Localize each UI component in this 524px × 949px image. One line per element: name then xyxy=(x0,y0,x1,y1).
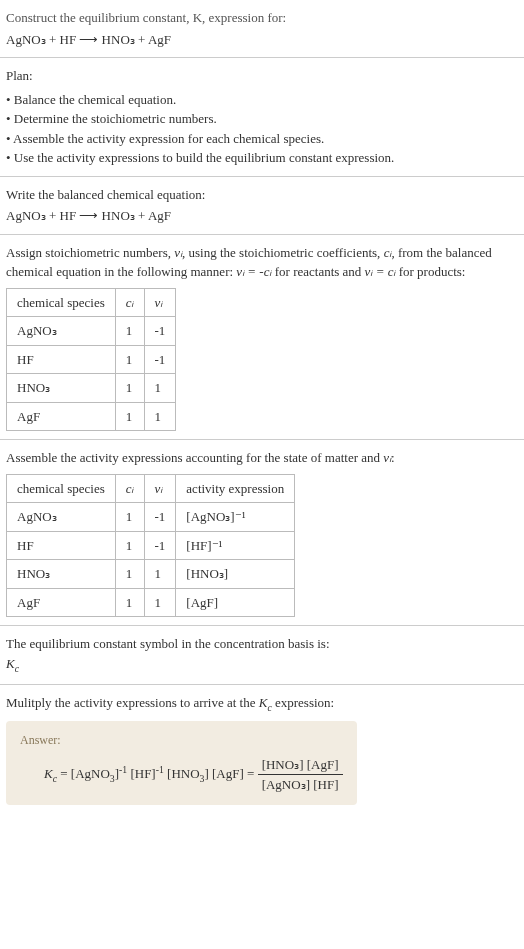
stoich-text-b: , using the stoichiometric coefficients, xyxy=(182,245,384,260)
cell-species: AgF xyxy=(7,588,116,617)
cell-c: 1 xyxy=(115,374,144,403)
table-row: AgNO₃ 1 -1 xyxy=(7,317,176,346)
symbol-section: The equilibrium constant symbol in the c… xyxy=(0,626,524,685)
table-header-row: chemical species cᵢ νᵢ xyxy=(7,288,176,317)
balanced-section: Write the balanced chemical equation: Ag… xyxy=(0,177,524,235)
balanced-equation: AgNO₃ + HF ⟶ HNO₃ + AgF xyxy=(6,206,518,226)
multiply-heading-b: expression: xyxy=(272,695,334,710)
answer-denominator: [AgNO₃] [HF] xyxy=(258,775,343,795)
cell-act: [HF]⁻¹ xyxy=(176,531,295,560)
activity-heading: Assemble the activity expressions accoun… xyxy=(6,448,518,468)
answer-kc-symbol: Kc xyxy=(44,766,57,781)
plan-item: • Use the activity expressions to build … xyxy=(6,148,518,168)
cell-species: HNO₃ xyxy=(7,560,116,589)
symbol-line1: The equilibrium constant symbol in the c… xyxy=(6,634,518,654)
stoich-nu-i: νᵢ xyxy=(174,245,182,260)
activity-section: Assemble the activity expressions accoun… xyxy=(0,440,524,626)
cell-c: 1 xyxy=(115,317,144,346)
answer-numerator: [HNO₃] [AgF] xyxy=(258,755,343,776)
stoich-rel1: νᵢ = -cᵢ xyxy=(236,264,271,279)
cell-species: HF xyxy=(7,531,116,560)
cell-nu: -1 xyxy=(144,503,176,532)
activity-heading-b: : xyxy=(391,450,395,465)
table-header-row: chemical species cᵢ νᵢ activity expressi… xyxy=(7,474,295,503)
cell-nu: -1 xyxy=(144,345,176,374)
table-row: AgF 1 1 [AgF] xyxy=(7,588,295,617)
multiply-section: Mulitply the activity expressions to arr… xyxy=(0,685,524,813)
col-nui: νᵢ xyxy=(144,474,176,503)
activity-table: chemical species cᵢ νᵢ activity expressi… xyxy=(6,474,295,618)
stoich-rel2: νᵢ = cᵢ xyxy=(365,264,396,279)
stoich-text-d: for reactants and xyxy=(271,264,364,279)
cell-species: AgNO₃ xyxy=(7,503,116,532)
symbol-kc: Kc xyxy=(6,654,518,676)
activity-heading-a: Assemble the activity expressions accoun… xyxy=(6,450,383,465)
stoich-section: Assign stoichiometric numbers, νᵢ, using… xyxy=(0,235,524,441)
col-ci: cᵢ xyxy=(115,474,144,503)
cell-c: 1 xyxy=(115,588,144,617)
plan-section: Plan: • Balance the chemical equation. •… xyxy=(0,58,524,177)
stoich-text-a: Assign stoichiometric numbers, xyxy=(6,245,174,260)
cell-act: [HNO₃] xyxy=(176,560,295,589)
col-ci: cᵢ xyxy=(115,288,144,317)
multiply-kc: Kc xyxy=(259,695,272,710)
cell-species: HNO₃ xyxy=(7,374,116,403)
cell-c: 1 xyxy=(115,503,144,532)
answer-equals: = [AgNO3]-1 [HF]-1 [HNO3] [AgF] = xyxy=(60,766,257,781)
cell-nu: 1 xyxy=(144,560,176,589)
cell-c: 1 xyxy=(115,345,144,374)
intro-line1: Construct the equilibrium constant, K, e… xyxy=(6,10,286,25)
multiply-heading: Mulitply the activity expressions to arr… xyxy=(6,693,518,715)
table-row: HNO₃ 1 1 [HNO₃] xyxy=(7,560,295,589)
col-activity: activity expression xyxy=(176,474,295,503)
stoich-table: chemical species cᵢ νᵢ AgNO₃ 1 -1 HF 1 -… xyxy=(6,288,176,432)
cell-nu: -1 xyxy=(144,531,176,560)
cell-act: [AgNO₃]⁻¹ xyxy=(176,503,295,532)
intro-section: Construct the equilibrium constant, K, e… xyxy=(0,0,524,58)
intro-prompt: Construct the equilibrium constant, K, e… xyxy=(6,8,518,28)
table-row: HF 1 -1 xyxy=(7,345,176,374)
answer-box: Answer: Kc = [AgNO3]-1 [HF]-1 [HNO3] [Ag… xyxy=(6,721,357,805)
intro-equation: AgNO₃ + HF ⟶ HNO₃ + AgF xyxy=(6,30,518,50)
cell-nu: -1 xyxy=(144,317,176,346)
table-row: HF 1 -1 [HF]⁻¹ xyxy=(7,531,295,560)
cell-nu: 1 xyxy=(144,588,176,617)
plan-list: • Balance the chemical equation. • Deter… xyxy=(6,90,518,168)
cell-c: 1 xyxy=(115,402,144,431)
cell-species: HF xyxy=(7,345,116,374)
activity-nu-i: νᵢ xyxy=(383,450,391,465)
cell-act: [AgF] xyxy=(176,588,295,617)
cell-species: AgNO₃ xyxy=(7,317,116,346)
plan-item: • Balance the chemical equation. xyxy=(6,90,518,110)
stoich-text-e: for products: xyxy=(395,264,465,279)
plan-heading: Plan: xyxy=(6,66,518,86)
stoich-text: Assign stoichiometric numbers, νᵢ, using… xyxy=(6,243,518,282)
answer-label: Answer: xyxy=(20,731,343,749)
table-row: HNO₃ 1 1 xyxy=(7,374,176,403)
answer-content: Kc = [AgNO3]-1 [HF]-1 [HNO3] [AgF] = [HN… xyxy=(20,755,343,795)
col-species: chemical species xyxy=(7,474,116,503)
balanced-heading: Write the balanced chemical equation: xyxy=(6,185,518,205)
col-nui: νᵢ xyxy=(144,288,176,317)
answer-fraction: [HNO₃] [AgF] [AgNO₃] [HF] xyxy=(258,755,343,795)
cell-nu: 1 xyxy=(144,374,176,403)
table-row: AgNO₃ 1 -1 [AgNO₃]⁻¹ xyxy=(7,503,295,532)
plan-item: • Determine the stoichiometric numbers. xyxy=(6,109,518,129)
col-species: chemical species xyxy=(7,288,116,317)
multiply-heading-a: Mulitply the activity expressions to arr… xyxy=(6,695,259,710)
cell-species: AgF xyxy=(7,402,116,431)
cell-c: 1 xyxy=(115,531,144,560)
cell-nu: 1 xyxy=(144,402,176,431)
cell-c: 1 xyxy=(115,560,144,589)
plan-item: • Assemble the activity expression for e… xyxy=(6,129,518,149)
table-row: AgF 1 1 xyxy=(7,402,176,431)
